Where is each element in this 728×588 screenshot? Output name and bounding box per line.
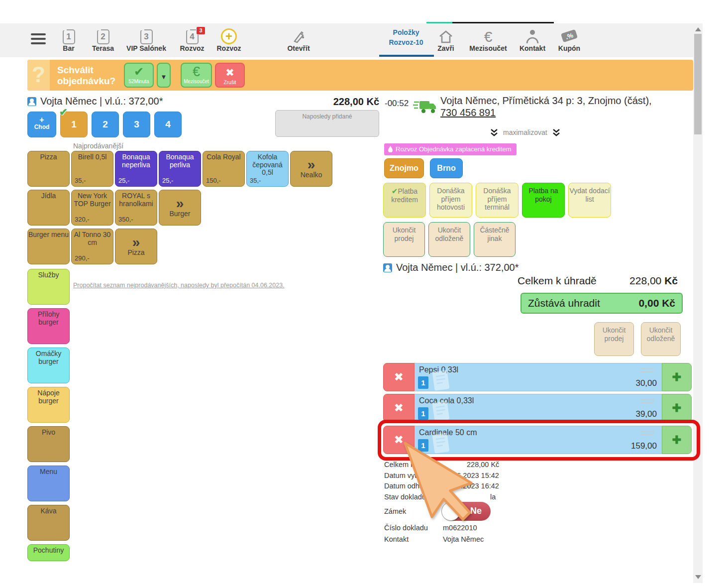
approve-options-dropdown[interactable]: ▼	[157, 63, 171, 88]
tile-name: Pizza	[127, 248, 144, 256]
tab-polozky[interactable]: Položky Rozvoz-10	[379, 27, 433, 48]
city-button-znojmo[interactable]: Znojmo	[384, 158, 424, 178]
folder-tile-burger[interactable]: »Burger	[159, 190, 201, 226]
chevron-right-icon: »	[291, 158, 332, 171]
product-tile[interactable]: Cola Royal150,-	[203, 151, 245, 187]
tile-name: Přílohy burger	[38, 310, 60, 326]
coupon-button[interactable]: .% Kupón	[553, 26, 585, 52]
coupon-icon: .%	[559, 27, 580, 44]
folder-tile-pizza[interactable]: »Pizza	[115, 229, 157, 264]
decrease-marks[interactable]	[641, 399, 654, 405]
plus-circle-icon: +	[221, 28, 237, 44]
detail-label: Číslo dokladu	[384, 524, 443, 532]
approve-order-button[interactable]: ✔ 52Minuta	[124, 63, 154, 88]
category-tile-kava[interactable]: Káva	[27, 505, 70, 541]
end-deferred-button[interactable]: Ukončit odloženě	[641, 322, 681, 356]
course-button-4[interactable]: 4	[154, 112, 182, 137]
hamburger-menu-icon[interactable]	[31, 33, 46, 47]
category-tile-pivo[interactable]: Pivo	[27, 426, 70, 462]
table-label: VIP Salónek	[122, 44, 170, 52]
total-due-value: 228,00 Kč	[629, 275, 678, 287]
pay-button-platba-na-pokoj[interactable]: Platba na pokoj	[522, 183, 565, 218]
decrease-marks[interactable]	[641, 431, 654, 437]
finish-button-castecne-jinak[interactable]: Částečně jinak	[474, 222, 516, 257]
chod-label: Chod	[34, 123, 50, 130]
add-item-button[interactable]: ✚	[662, 426, 692, 454]
table-button-terasa[interactable]: 2 Terasa	[87, 26, 119, 52]
category-tile-pochutiny[interactable]: Pochutiny	[27, 544, 70, 561]
add-course-button[interactable]: + Chod	[27, 112, 56, 137]
course-button-3[interactable]: 3	[123, 112, 150, 137]
category-tile-omacky-burger[interactable]: Omáčky burger	[27, 348, 70, 383]
decrease-marks[interactable]	[641, 368, 654, 374]
phone-link[interactable]: 730 456 891	[440, 107, 496, 118]
droplet-icon	[388, 146, 393, 152]
table-button-rozvoz[interactable]: 4 3 Rozvoz	[175, 26, 209, 52]
category-tile-sluzby[interactable]: Služby	[27, 269, 70, 305]
tile-name: Káva	[41, 507, 57, 515]
subtotal-button[interactable]: € Mezisoučet	[467, 26, 510, 52]
contact-button[interactable]: Kontakt	[517, 26, 548, 52]
finish-button-ukoncit-prodej[interactable]: Ukončit prodej	[383, 222, 425, 257]
scroll-down-arrow[interactable]	[695, 575, 701, 579]
pay-button-donaska-terminal[interactable]: Donáška příjem terminál	[476, 183, 519, 218]
tile-name: Nealko	[301, 171, 322, 179]
pay-button-platba-kreditem[interactable]: ✔Platba kreditem	[383, 183, 426, 218]
pay-button-vydat-dodaci-list[interactable]: Vydat dodací list	[568, 183, 611, 218]
tile-price: 25,-	[118, 177, 129, 185]
banner-cancel-button[interactable]: ✖ Zrušit	[215, 63, 245, 88]
banner-subtotal-button[interactable]: € Mezisoučet	[181, 63, 212, 88]
item-body[interactable]: Pepsi 0,33l 1 30,00	[415, 363, 662, 391]
product-tile[interactable]: Al Tonno 30 cm290,-	[71, 229, 113, 264]
finish-label: Částečně jinak	[480, 226, 509, 242]
vertical-scrollbar[interactable]	[693, 23, 703, 583]
chevron-right-icon: »	[115, 236, 157, 249]
delete-item-button[interactable]: ✖	[383, 394, 415, 422]
tile-price: 350,-	[118, 216, 133, 224]
add-item-button[interactable]: ✚	[662, 363, 692, 391]
product-tile[interactable]: Bonaqua perliva25,-	[159, 151, 201, 187]
scroll-up-arrow[interactable]	[695, 27, 701, 31]
pay-button-donaska-hotovost[interactable]: Donáška příjem hotovosti	[429, 183, 472, 218]
product-tile[interactable]: Bonaqua neperliva25,-	[115, 151, 157, 187]
new-delivery-button[interactable]: + Rozvoz	[213, 26, 245, 52]
add-item-button[interactable]: ✚	[662, 394, 692, 422]
course-button-1[interactable]: ✔ 1	[60, 112, 88, 137]
recalculate-bestsellers-link[interactable]: Propočítat seznam nejprodávanějších, nap…	[73, 282, 285, 289]
delete-item-button[interactable]: ✖	[383, 363, 415, 391]
product-tile[interactable]: New York TOP Burger320,-	[71, 190, 113, 226]
tile-name: Nápoje burger	[37, 389, 59, 405]
category-tile-napoje-burger[interactable]: Nápoje burger	[27, 387, 70, 423]
category-tile-pizza[interactable]: Pizza	[27, 151, 70, 187]
tile-name: Burger menu	[28, 231, 69, 238]
product-tile[interactable]: Birell 0,5l35,-	[71, 151, 113, 187]
euro-icon: €	[182, 65, 211, 78]
cross-icon: ✖	[216, 66, 244, 79]
product-tile[interactable]: Kofola čepovaná 0,5l35,-	[246, 151, 289, 187]
item-body[interactable]: Coca cola 0,33l 1 39,00	[415, 394, 662, 422]
open-button[interactable]: Otevřít	[281, 26, 316, 52]
end-sale-button[interactable]: Ukončit prodej	[594, 322, 634, 356]
coupon-label: Kupón	[553, 44, 585, 52]
remaining-to-pay-box: Zůstává uhradit 0,00 Kč	[520, 293, 683, 314]
table-button-vip-salonek[interactable]: 3 VIP Salónek	[122, 26, 170, 52]
product-tile[interactable]: ROYAL s hranolkami350,-	[115, 190, 157, 226]
close-table-button[interactable]: Zavři	[431, 26, 461, 52]
table-icon: 3	[140, 29, 153, 44]
finish-button-ukoncit-odlozene[interactable]: Ukončit odloženě	[428, 222, 470, 257]
course-number: 3	[134, 119, 139, 129]
category-tile-burger-menu[interactable]: Burger menu	[27, 229, 70, 264]
course-button-2[interactable]: 2	[92, 112, 119, 137]
tile-name: Omáčky burger	[36, 350, 61, 365]
category-tile-jidla[interactable]: Jídla	[27, 190, 70, 226]
category-tile-prilohy-burger[interactable]: Přílohy burger	[27, 308, 70, 344]
maximize-control[interactable]: maximalizovat	[490, 128, 560, 136]
double-chevron-down-icon	[552, 129, 560, 136]
item-quantity-badge: 1	[418, 376, 428, 389]
marker-pen-icon	[292, 29, 306, 44]
scrollbar-thumb[interactable]	[694, 34, 702, 134]
folder-tile-nealko[interactable]: »Nealko	[290, 151, 332, 187]
city-button-brno[interactable]: Brno	[430, 158, 463, 178]
table-button-bar[interactable]: 1 Bar	[54, 26, 84, 52]
category-tile-menu[interactable]: Menu	[27, 466, 70, 501]
